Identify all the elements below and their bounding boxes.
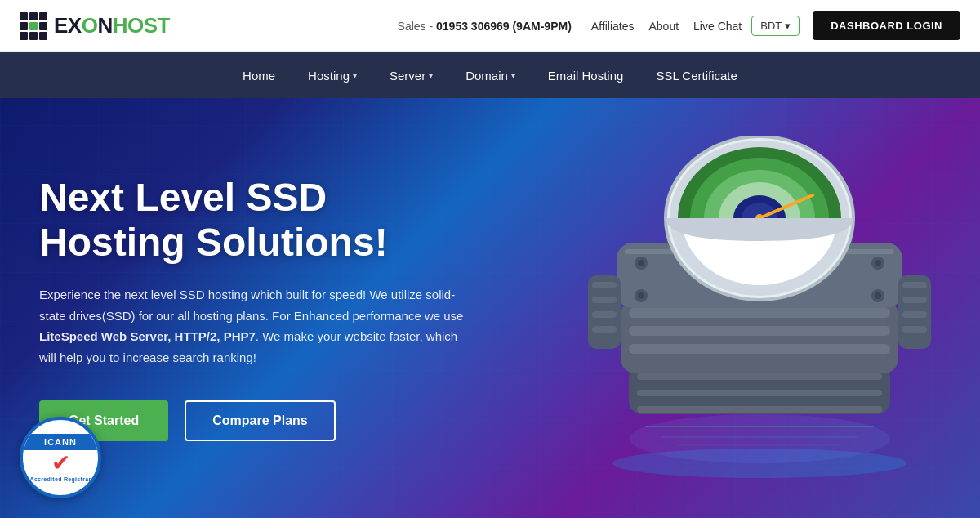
nav-hosting[interactable]: Hosting ▾ [308, 65, 357, 86]
logo[interactable]: EXONHOST [20, 12, 170, 40]
svg-rect-26 [902, 282, 927, 288]
svg-rect-3 [637, 373, 882, 380]
sales-label: Sales - [398, 20, 434, 33]
hero-desc-plain: Experience the next level SSD hosting wh… [39, 288, 463, 323]
hero-buttons: Get Started Compare Plans [39, 400, 467, 441]
svg-rect-27 [902, 297, 927, 303]
nav-domain[interactable]: Domain ▾ [466, 65, 515, 86]
live-chat-link[interactable]: Live Chat [693, 20, 742, 33]
svg-point-19 [875, 292, 881, 299]
svg-rect-8 [629, 326, 890, 336]
chevron-down-icon: ▾ [353, 71, 357, 80]
top-right-section: Sales - 01953 306969 (9AM-9PM) Affiliate… [398, 11, 960, 40]
logo-host: HOST [113, 13, 170, 38]
svg-rect-28 [902, 311, 927, 318]
logo-n: N [97, 13, 112, 38]
chevron-down-icon: ▾ [429, 71, 433, 80]
svg-point-17 [638, 292, 644, 299]
svg-rect-4 [637, 390, 882, 396]
logo-icon [20, 12, 47, 40]
hero-illustration [572, 136, 947, 480]
top-bar: EXONHOST Sales - 01953 306969 (9AM-9PM) … [0, 0, 980, 52]
svg-rect-9 [629, 344, 890, 354]
svg-rect-7 [629, 308, 890, 318]
nav-ssl-certificate[interactable]: SSL Certificate [656, 65, 737, 86]
nav-server[interactable]: Server ▾ [390, 65, 433, 86]
nav-home[interactable]: Home [243, 65, 275, 86]
svg-point-1 [629, 414, 890, 463]
sales-phone: 01953 306969 (9AM-9PM) [436, 20, 572, 33]
svg-rect-21 [592, 282, 617, 288]
hero-desc-bold: LiteSpeed Web Server, HTTP/2, PHP7 [39, 329, 256, 343]
sales-info: Sales - 01953 306969 (9AM-9PM) [398, 20, 572, 33]
icann-badge: ICANN ✔ Accredited Registrar [20, 417, 101, 498]
checkmark-icon: ✔ [51, 452, 70, 475]
svg-point-15 [875, 260, 881, 266]
chevron-down-icon: ▾ [511, 71, 515, 80]
icann-label: ICANN [23, 434, 98, 450]
logo-ex: EX [54, 13, 82, 38]
svg-rect-22 [592, 297, 617, 303]
top-links: Affiliates About Live Chat [591, 20, 742, 33]
currency-value: BDT [760, 20, 782, 32]
hero-description: Experience the next level SSD hosting wh… [39, 284, 467, 368]
logo-o-icon: O [82, 13, 98, 38]
svg-point-13 [638, 260, 644, 266]
about-link[interactable]: About [648, 20, 679, 33]
hero-title: Next Level SSD Hosting Solutions! [39, 175, 467, 265]
svg-rect-23 [592, 311, 617, 318]
chevron-down-icon: ▾ [785, 20, 791, 32]
hero-content: Next Level SSD Hosting Solutions! Experi… [0, 175, 506, 441]
dashboard-login-button[interactable]: DASHBOARD LOGIN [813, 11, 960, 40]
currency-selector[interactable]: BDT ▾ [751, 16, 800, 36]
ssd-drive-svg [572, 136, 947, 480]
icann-circle: ICANN ✔ Accredited Registrar [20, 417, 101, 498]
compare-plans-button[interactable]: Compare Plans [185, 400, 335, 441]
logo-text: EXONHOST [54, 13, 170, 38]
affiliates-link[interactable]: Affiliates [591, 20, 635, 33]
svg-rect-29 [902, 326, 927, 333]
svg-rect-24 [592, 326, 617, 333]
svg-rect-5 [637, 406, 882, 413]
main-nav: Home Hosting ▾ Server ▾ Domain ▾ Email H… [0, 52, 980, 98]
nav-email-hosting[interactable]: Email Hosting [548, 65, 624, 86]
icann-subtitle: Accredited Registrar [27, 476, 95, 482]
hero-section: Next Level SSD Hosting Solutions! Experi… [0, 98, 980, 518]
